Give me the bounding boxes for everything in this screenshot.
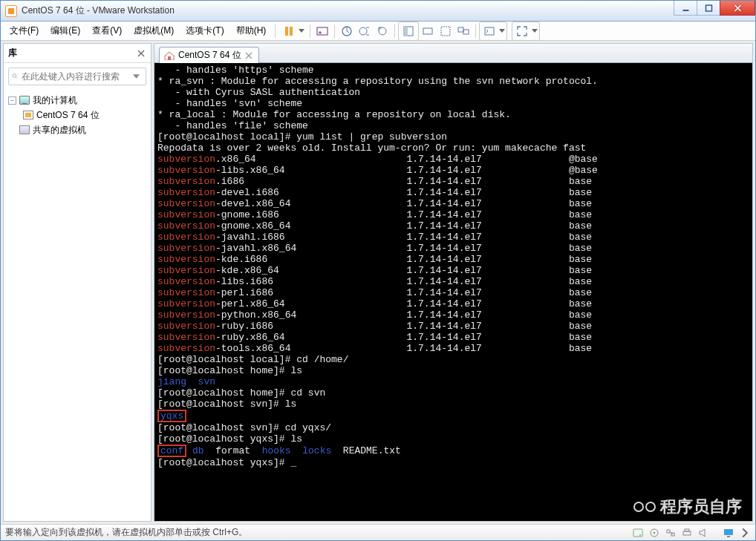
tree-label: CentOS 7 64 位 <box>36 109 100 122</box>
console-icon[interactable] <box>481 23 498 39</box>
chevron-down-icon[interactable] <box>531 29 538 33</box>
toolbar-separator <box>475 24 476 38</box>
library-tree[interactable]: − 我的计算机 CentOS 7 64 位 共享的虚拟机 <box>4 90 151 140</box>
svg-rect-1 <box>706 5 711 11</box>
menu-file[interactable]: 文件(F) <box>4 22 45 39</box>
search-icon <box>12 71 19 82</box>
status-text: 要将输入定向到该虚拟机，请在虚拟机内部单击或按 Ctrl+G。 <box>5 526 247 539</box>
display-icon[interactable] <box>723 527 734 539</box>
svg-rect-14 <box>485 27 494 35</box>
svg-rect-17 <box>633 529 642 537</box>
send-input-icon[interactable] <box>314 23 330 39</box>
watermark: 程序员自序 <box>633 496 742 518</box>
view-unity-icon[interactable] <box>437 23 454 39</box>
svg-rect-2 <box>285 27 288 36</box>
wechat-icon <box>633 502 656 512</box>
shared-vms-icon <box>19 125 30 134</box>
terminal-output[interactable]: - handles 'https' scheme* ra_svn : Modul… <box>154 63 752 521</box>
tree-node-root[interactable]: − 我的计算机 <box>4 93 151 108</box>
svg-rect-25 <box>724 529 733 535</box>
pause-icon[interactable] <box>281 23 297 39</box>
view-thumbnail-icon[interactable] <box>420 23 436 39</box>
toolbar-separator <box>310 24 310 38</box>
menu-edit[interactable]: 编辑(E) <box>45 22 86 39</box>
svg-rect-16 <box>168 56 171 60</box>
svg-rect-23 <box>683 531 691 535</box>
view-multimon-icon[interactable] <box>455 23 472 39</box>
chevron-down-icon[interactable] <box>133 71 140 82</box>
vm-tabs: CentOS 7 64 位 <box>154 44 752 63</box>
svg-rect-3 <box>290 27 293 36</box>
main-area: CentOS 7 64 位 - handles 'https' scheme* … <box>154 43 753 522</box>
collapse-icon[interactable]: − <box>8 96 16 105</box>
sidebar-title: 库 <box>8 47 17 59</box>
window-titlebar: CentOS 7 64 位 - VMware Workstation <box>1 1 755 22</box>
svg-point-18 <box>639 534 641 536</box>
svg-rect-26 <box>727 536 730 537</box>
chevron-right-icon[interactable] <box>739 527 751 539</box>
tree-node-shared[interactable]: 共享的虚拟机 <box>4 122 151 137</box>
snapshot-manage-icon[interactable] <box>356 23 373 39</box>
cd-icon[interactable] <box>648 527 660 539</box>
svg-point-6 <box>359 27 367 35</box>
window-minimize-button[interactable] <box>674 1 697 16</box>
svg-rect-11 <box>441 27 450 36</box>
svg-rect-4 <box>317 27 328 35</box>
menu-tabs[interactable]: 选项卡(T) <box>180 22 229 39</box>
tab-close-icon[interactable] <box>245 52 252 59</box>
home-icon <box>164 51 175 60</box>
network-icon[interactable] <box>665 527 677 539</box>
svg-rect-12 <box>458 27 463 32</box>
svg-rect-24 <box>685 529 689 531</box>
tree-label: 我的计算机 <box>33 94 77 107</box>
svg-rect-9 <box>404 27 408 36</box>
menu-view[interactable]: 查看(V) <box>86 22 128 39</box>
sidebar-close-button[interactable] <box>136 48 146 59</box>
toolbar-separator <box>334 24 335 38</box>
svg-point-15 <box>13 74 16 78</box>
menu-vm[interactable]: 虚拟机(M) <box>128 22 180 39</box>
svg-rect-21 <box>667 530 670 533</box>
window-title: CentOS 7 64 位 - VMware Workstation <box>22 4 674 17</box>
search-input[interactable] <box>22 71 133 82</box>
toolbar-separator <box>394 24 395 38</box>
library-sidebar: 库 − 我的计算机 CentOS 7 64 位 共享的虚拟机 <box>3 43 151 522</box>
tree-label: 共享的虚拟机 <box>33 124 86 137</box>
app-icon <box>5 5 17 17</box>
disk-icon[interactable] <box>632 527 644 539</box>
svg-rect-10 <box>423 28 432 34</box>
svg-point-20 <box>654 531 656 534</box>
tab-centos[interactable]: CentOS 7 64 位 <box>159 47 259 63</box>
fullscreen-icon[interactable] <box>514 23 530 39</box>
svg-rect-13 <box>463 30 469 34</box>
vm-icon <box>23 111 33 119</box>
chevron-down-icon[interactable] <box>498 29 506 33</box>
computer-icon <box>19 96 30 105</box>
sound-icon[interactable] <box>697 527 709 539</box>
printer-icon[interactable] <box>681 527 693 539</box>
watermark-text: 程序员自序 <box>660 496 742 518</box>
view-single-icon[interactable] <box>400 23 417 39</box>
tab-label: CentOS 7 64 位 <box>178 49 241 62</box>
svg-rect-0 <box>682 10 688 11</box>
status-bar: 要将输入定向到该虚拟机，请在虚拟机内部单击或按 Ctrl+G。 <box>1 524 755 540</box>
window-maximize-button[interactable] <box>697 1 720 16</box>
tree-node-vm[interactable]: CentOS 7 64 位 <box>4 108 151 122</box>
library-search[interactable] <box>8 68 146 85</box>
menubar: 文件(F) 编辑(E) 查看(V) 虚拟机(M) 选项卡(T) 帮助(H) <box>1 22 755 41</box>
window-close-button[interactable] <box>720 1 755 16</box>
chevron-down-icon[interactable] <box>298 29 305 33</box>
snapshot-icon[interactable] <box>339 23 355 39</box>
toolbar-separator <box>275 24 276 38</box>
revert-icon[interactable] <box>374 23 391 39</box>
menu-help[interactable]: 帮助(H) <box>230 22 273 39</box>
